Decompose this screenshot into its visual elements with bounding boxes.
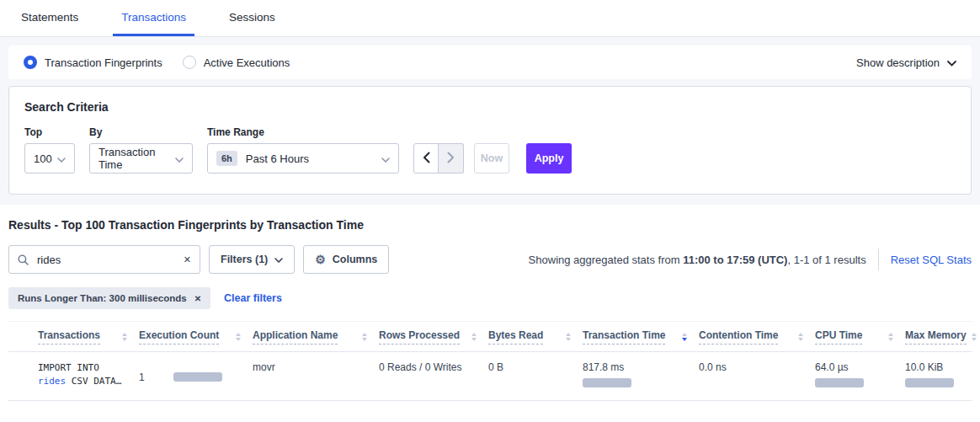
- results-section: Results - Top 100 Transaction Fingerprin…: [0, 205, 980, 401]
- time-range-value: Past 6 Hours: [246, 152, 309, 165]
- top-select-value: 100: [34, 152, 52, 165]
- tab-transactions[interactable]: Transactions: [113, 0, 194, 36]
- max-memory-bar: [905, 378, 954, 387]
- search-criteria-title: Search Criteria: [24, 100, 956, 114]
- cell-cpu-time: 64.0 µs: [815, 361, 905, 393]
- cell-rows-processed: 0 Reads / 0 Writes: [379, 361, 488, 393]
- sort-icon: [566, 333, 571, 341]
- sort-icon: [236, 333, 241, 341]
- time-range-select[interactable]: 6h Past 6 Hours: [207, 143, 399, 174]
- cell-transaction-time: 817.8 ms: [583, 361, 699, 393]
- cell-contention-time: 0.0 ns: [699, 361, 815, 393]
- table-header-row: Transactions Execution Count Application…: [8, 322, 972, 352]
- column-header-transactions[interactable]: Transactions: [38, 322, 139, 351]
- table-row[interactable]: IMPORT INTO rides CSV DATA… 1 movr 0 Rea…: [8, 352, 972, 401]
- sort-icon: [122, 333, 127, 341]
- top-field: Top 100: [24, 126, 75, 174]
- time-range-badge: 6h: [216, 151, 237, 166]
- time-range-label: Time Range: [207, 126, 399, 138]
- page-tabs: Statements Transactions Sessions: [0, 0, 980, 37]
- sort-icon: [888, 333, 893, 341]
- cell-bytes-read: 0 B: [488, 361, 583, 393]
- column-header-rows-processed[interactable]: Rows Processed: [379, 322, 488, 351]
- sort-icon: [972, 333, 977, 341]
- apply-button[interactable]: Apply: [526, 143, 572, 174]
- radio-transaction-fingerprints[interactable]: Transaction Fingerprints: [24, 56, 162, 69]
- clear-filters-link[interactable]: Clear filters: [224, 292, 282, 304]
- transaction-link[interactable]: rides: [38, 376, 66, 387]
- cell-transaction-fingerprint: IMPORT INTO rides CSV DATA…: [38, 361, 139, 393]
- stats-time-range: 11:00 to 17:59 (UTC): [683, 254, 787, 266]
- sort-icon: [362, 333, 367, 341]
- column-header-application-name[interactable]: Application Name: [253, 322, 379, 351]
- remove-filter-icon[interactable]: ✕: [194, 294, 201, 303]
- reset-sql-stats-link[interactable]: Reset SQL Stats: [891, 254, 972, 266]
- time-prev-button[interactable]: [413, 143, 439, 174]
- by-select-value: Transaction Time: [99, 146, 175, 171]
- radio-unselected-icon: [183, 56, 196, 69]
- search-input[interactable]: [35, 253, 178, 267]
- by-label: By: [89, 126, 193, 138]
- radio-selected-icon: [24, 56, 37, 69]
- time-next-button[interactable]: [439, 143, 464, 174]
- chevron-down-icon: [381, 152, 390, 165]
- search-icon: [18, 254, 29, 265]
- column-header-contention-time[interactable]: Contention Time: [699, 322, 815, 351]
- cell-application-name: movr: [253, 361, 379, 393]
- now-button[interactable]: Now: [474, 143, 509, 174]
- tab-statements[interactable]: Statements: [13, 0, 87, 36]
- active-filters-row: Runs Longer Than: 300 milliseconds ✕ Cle…: [8, 287, 972, 309]
- clear-search-icon[interactable]: ✕: [178, 254, 191, 265]
- view-toggle-bar: Transaction Fingerprints Active Executio…: [8, 45, 972, 79]
- top-select[interactable]: 100: [24, 143, 75, 174]
- filters-button[interactable]: Filters (1): [209, 245, 295, 274]
- sort-icon: [471, 333, 477, 341]
- execution-count-bar: [173, 372, 222, 382]
- column-header-bytes-read[interactable]: Bytes Read: [488, 322, 583, 351]
- column-header-execution-count[interactable]: Execution Count: [139, 322, 253, 351]
- by-field: By Transaction Time: [89, 126, 193, 174]
- tab-sessions[interactable]: Sessions: [221, 0, 284, 36]
- search-input-wrapper: ✕: [8, 245, 200, 274]
- time-window-nav: [413, 143, 464, 174]
- gear-icon: ⚙: [315, 254, 326, 265]
- show-description-toggle[interactable]: Show description: [856, 56, 956, 69]
- search-criteria-card: Search Criteria Top 100 By Transaction T…: [8, 86, 972, 195]
- results-table: Transactions Execution Count Application…: [8, 321, 972, 401]
- time-range-field: Time Range 6h Past 6 Hours: [207, 126, 399, 174]
- aggregated-stats-text: Showing aggregated stats from 11:00 to 1…: [529, 254, 866, 266]
- vertical-divider: [878, 248, 879, 270]
- search-criteria-controls: Top 100 By Transaction Time: [24, 126, 956, 174]
- show-description-label: Show description: [856, 56, 940, 69]
- top-label: Top: [24, 126, 75, 138]
- radio-label: Active Executions: [204, 56, 290, 69]
- by-select[interactable]: Transaction Time: [89, 143, 193, 174]
- chevron-down-icon: [274, 254, 283, 265]
- chevron-down-icon: [175, 152, 184, 165]
- sort-desc-icon: [682, 333, 687, 341]
- chevron-down-icon: [57, 152, 66, 165]
- chevron-right-icon: [447, 152, 455, 166]
- cell-execution-count: 1: [139, 361, 253, 393]
- filters-button-label: Filters (1): [221, 254, 268, 265]
- chevron-left-icon: [423, 152, 430, 166]
- sql-activity-page: Statements Transactions Sessions Transac…: [0, 0, 980, 401]
- radio-label: Transaction Fingerprints: [45, 56, 162, 69]
- column-header-max-memory[interactable]: Max Memory: [905, 322, 972, 351]
- chevron-down-icon: [947, 56, 956, 69]
- results-heading: Results - Top 100 Transaction Fingerprin…: [8, 218, 972, 232]
- column-header-cpu-time[interactable]: CPU Time: [815, 322, 905, 351]
- results-controls-row: ✕ Filters (1) ⚙ Columns Showing aggregat…: [8, 245, 972, 274]
- cell-max-memory: 10.0 KiB: [905, 361, 972, 393]
- column-header-transaction-time[interactable]: Transaction Time: [583, 322, 699, 351]
- filter-chip-label: Runs Longer Than: 300 milliseconds: [18, 293, 187, 303]
- cpu-time-bar: [815, 378, 864, 387]
- criteria-section: Transaction Fingerprints Active Executio…: [0, 37, 980, 205]
- radio-active-executions[interactable]: Active Executions: [183, 56, 290, 69]
- columns-button-label: Columns: [333, 254, 377, 265]
- columns-button[interactable]: ⚙ Columns: [303, 245, 389, 274]
- transaction-time-bar: [583, 378, 631, 387]
- sort-icon: [798, 333, 803, 341]
- filter-chip: Runs Longer Than: 300 milliseconds ✕: [8, 287, 210, 309]
